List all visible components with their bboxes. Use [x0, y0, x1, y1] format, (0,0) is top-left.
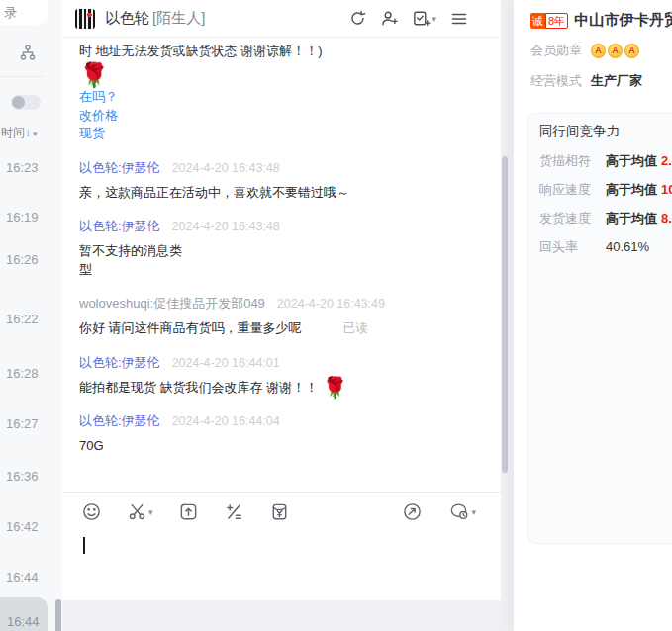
message: 以色轮:伊瑟伦2024-4-20 16:43:48 暂不支持的消息类 型	[79, 218, 484, 279]
competitiveness-card: 同行间竞争力 货描相符 高于均值 2.83 响应速度 高于均值 10.9 发货速…	[527, 113, 672, 544]
status-toggle[interactable]	[11, 95, 41, 110]
rose-emoji: 🌹	[79, 61, 484, 88]
message-text: 你好 请问这件商品有货吗，重量多少呢	[79, 320, 302, 335]
stat-row: 发货速度 高于均值 8.60	[539, 210, 672, 227]
message-sender: 以色轮:伊瑟伦	[79, 355, 160, 370]
message-row: 能拍都是现货 缺货我们会改库存 谢谢！！🌹	[79, 378, 484, 397]
modify-price-icon[interactable]	[224, 501, 244, 522]
message-timestamp: 2024-4-20 16:44:04	[172, 414, 280, 428]
chevron-down-icon: ▾	[33, 129, 38, 138]
medal-label: 会员勋章	[530, 42, 582, 59]
medals: A A A	[591, 44, 639, 58]
toggle-knob	[12, 96, 25, 109]
transfer-chat-icon[interactable]	[402, 501, 423, 522]
stat-label: 发货速度	[539, 210, 606, 227]
chat-window: 以色轮[陌生人] ▾	[62, 0, 501, 600]
conversation-item-time[interactable]: 16:19	[6, 210, 49, 225]
stat-label: 货描相符	[539, 152, 606, 170]
mode-value: 生产厂家	[591, 72, 642, 90]
conversation-item-selected[interactable]: 16:44	[0, 597, 48, 631]
chevron-down-icon: ▾	[471, 507, 476, 517]
conversation-item-time[interactable]: 16:26	[6, 252, 49, 267]
search-remnant-label: 录	[4, 4, 17, 22]
conversation-item-time[interactable]: 16:28	[6, 366, 49, 381]
stat-prefix: 高于均值	[606, 181, 657, 199]
chat-header-actions: ▾	[348, 9, 486, 29]
stat-row: 回头率 40.61%	[539, 238, 672, 256]
message-timestamp: 2024-4-20 16:43:48	[172, 161, 280, 175]
add-person-icon[interactable]	[380, 9, 399, 28]
message-timestamp: 2024-4-20 16:44:01	[172, 356, 280, 370]
message-timestamp: 2024-4-20 16:43:48	[172, 220, 280, 233]
message-timestamp: 2024-4-20 16:43:49	[277, 297, 385, 311]
chat-scrollbar-thumb[interactable]	[502, 156, 508, 473]
years-badge: 8年	[545, 13, 568, 29]
message: 以色轮:伊瑟伦2024-4-20 16:44:04 70G	[79, 412, 484, 455]
read-status-badge: 已读	[343, 321, 368, 335]
message: 以色轮:伊瑟伦2024-4-20 16:44:01 能拍都是现货 缺货我们会改库…	[79, 354, 484, 397]
conversation-item-time[interactable]: 16:22	[6, 312, 49, 326]
refresh-history-icon[interactable]	[348, 9, 367, 28]
stranger-tag: [陌生人]	[152, 9, 205, 26]
stat-prefix: 高于均值	[606, 152, 657, 170]
sidebar-divider	[0, 76, 43, 77]
conversation-item-time: 16:44	[7, 614, 40, 629]
chevron-down-icon: ▾	[148, 507, 153, 517]
message-text: 亲，这款商品正在活动中，喜欢就不要错过哦～	[79, 183, 484, 202]
quick-phrase-link[interactable]: 改价格	[79, 107, 118, 126]
input-toolbar: ▾ ▾	[62, 492, 501, 522]
conversation-item-time[interactable]: 16:27	[6, 416, 49, 431]
message-history: 时 地址无法发货或缺货状态 谢谢谅解！！) 🌹 在吗？ 改价格 现货 以色轮:伊…	[62, 39, 501, 492]
medal-icon: A	[591, 44, 606, 58]
text-input-cursor[interactable]	[83, 537, 85, 554]
sort-by-time[interactable]: 时间↓▾	[1, 125, 38, 141]
payment-yuan-icon[interactable]	[269, 501, 290, 522]
quick-phrase-link[interactable]: 在吗？	[79, 88, 118, 107]
message-text: 70G	[79, 436, 484, 455]
conversation-item-time[interactable]: 16:36	[6, 469, 49, 484]
seller-info-panel: 诚8年 中山市伊卡丹贸 会员勋章 A A A 经营模式 生产厂家 同行间竞争力 …	[514, 0, 672, 631]
medal-icon: A	[608, 44, 623, 58]
stat-row: 货描相符 高于均值 2.83	[539, 152, 672, 170]
contact-avatar[interactable]	[75, 9, 95, 29]
company-title-row: 诚8年 中山市伊卡丹贸	[530, 11, 672, 30]
mode-label: 经营模式	[530, 72, 582, 90]
message-sender: 以色轮:伊瑟伦	[79, 160, 160, 175]
rose-emoji: 🌹	[322, 378, 347, 397]
chat-title: 以色轮[陌生人]	[105, 9, 205, 28]
create-task-icon[interactable]: ▾	[412, 9, 436, 28]
stat-label: 响应速度	[539, 181, 606, 199]
business-mode-row: 经营模式 生产厂家	[530, 72, 642, 90]
upload-image-icon[interactable]	[178, 501, 199, 522]
chat-header: 以色轮[陌生人] ▾	[62, 0, 501, 38]
conversation-item-time[interactable]: 16:42	[6, 519, 49, 534]
menu-icon[interactable]	[449, 9, 469, 29]
stat-row: 响应速度 高于均值 10.9	[539, 181, 672, 199]
company-name[interactable]: 中山市伊卡丹贸	[574, 11, 672, 30]
screenshot-scissors-icon[interactable]: ▾	[127, 501, 153, 522]
card-title: 同行间竞争力	[539, 122, 672, 141]
stat-value: 2.83	[661, 153, 672, 168]
sidebar-scrollbar-thumb[interactable]	[55, 599, 61, 631]
stat-value: 10.9	[661, 182, 672, 197]
message: woloveshuqi:促佳搜品开发部0492024-4-20 16:43:49…	[79, 295, 484, 338]
chat-history-timer-icon[interactable]: ▾	[447, 501, 476, 522]
stat-label: 回头率	[539, 238, 606, 256]
sort-label: 时间↓	[1, 126, 31, 139]
stat-value: 40.61%	[606, 239, 649, 254]
chevron-down-icon: ▾	[432, 14, 436, 24]
message-sender: 以色轮:伊瑟伦	[79, 219, 160, 233]
conversation-item-time[interactable]: 16:23	[6, 160, 49, 175]
contacts-org-icon[interactable]	[19, 42, 41, 63]
message-text-partial: 时 地址无法发货或缺货状态 谢谢谅解！！)	[79, 42, 484, 60]
message-text-unsupported: 暂不支持的消息类 型	[79, 241, 484, 279]
quick-phrase-link[interactable]: 现货	[79, 125, 105, 143]
conversation-item-time[interactable]: 16:44	[6, 570, 49, 585]
contact-name: 以色轮	[105, 9, 149, 26]
search-box-remnant: 录	[0, 0, 48, 25]
message-row: 你好 请问这件商品有货吗，重量多少呢已读	[79, 318, 484, 338]
conversation-list-sidebar: 录 时间↓▾ 16:23 16:19 16:26 16:22 16:28 16:…	[0, 0, 62, 631]
emoji-icon[interactable]	[81, 501, 102, 522]
medal-row: 会员勋章 A A A	[530, 42, 639, 59]
message-sender: woloveshuqi:促佳搜品开发部049	[79, 296, 265, 311]
